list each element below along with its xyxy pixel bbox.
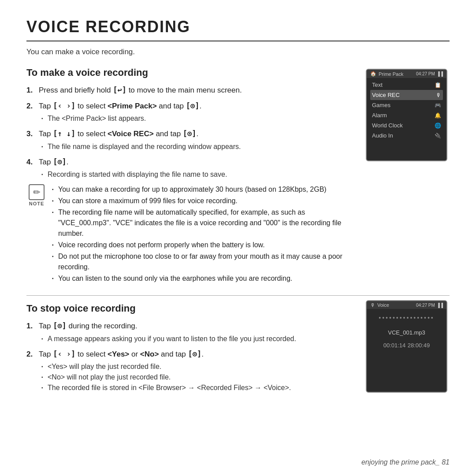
page-title: VOICE RECORDING — [26, 18, 450, 41]
step-1: 1. Press and briefly hold [↩] to move to… — [26, 85, 357, 96]
section2-heading: To stop voice recording — [26, 303, 357, 314]
device-header-top: 🏠 Prime Pack 04:27 PM ▐▐ — [367, 70, 446, 78]
menu-item-alarm: Alarm 🔔 — [370, 110, 443, 120]
page-subtitle: You can make a voice recording. — [26, 48, 450, 56]
menu-item-audio-in: Audio In 🔌 — [370, 130, 443, 141]
menu-worldclock-icon: 🌐 — [435, 123, 441, 129]
device-voice-time: 00:01:14 28:00:49 — [371, 341, 442, 349]
section-divider — [26, 295, 450, 296]
device-battery-icon-top: ▐▐ — [437, 71, 443, 76]
stop-step-2-num: 2. — [26, 349, 35, 360]
stop-step-1-body: Tap [⊙] during the recording. A message … — [39, 320, 357, 344]
step-4-sub: Recording is started with displaying the… — [41, 169, 357, 180]
stop-step-2-sub-3: The recorded file is stored in <File Bro… — [41, 383, 357, 393]
menu-worldclock-label: World Clock — [372, 122, 403, 129]
step-2-num: 2. — [26, 100, 35, 112]
device-menu-list: Text 📋 Voice REC 🎙 Games 🎮 Alarm 🔔 — [367, 78, 446, 142]
device-voice-icon: 🎙 — [370, 302, 375, 308]
step-4: 4. Tap [⊙]. Recording is started with di… — [26, 156, 357, 180]
section1-steps: 1. Press and briefly hold [↩] to move to… — [26, 85, 357, 180]
note-block: ✏ NOTE You can make a recording for up t… — [26, 184, 357, 285]
menu-voice-icon: 🎙 — [436, 92, 441, 98]
menu-item-text: Text 📋 — [370, 80, 443, 90]
section1-heading: To make a voice recording — [26, 67, 357, 78]
menu-text-icon: 📋 — [435, 82, 441, 88]
menu-item-world-clock: World Clock 🌐 — [370, 120, 443, 130]
device-remaining-value: 28:00:49 — [408, 342, 430, 349]
device-elapsed-time: 00:01:14 — [383, 342, 406, 349]
step-3-body: Tap [↑ ↓] to select <Voice REC> and tap … — [39, 128, 357, 152]
note-content: You can make a recording for up to appro… — [52, 184, 357, 285]
menu-text-label: Text — [372, 82, 383, 88]
device-time-text-top: 04:27 PM — [416, 71, 435, 76]
stop-step-2: 2. Tap [‹ ›] to select <Yes> or <No> and… — [26, 349, 357, 394]
stop-step-2-sub-1: <Yes> will play the just recorded file. — [41, 361, 357, 372]
stop-step-2-sub-2: <No> will not play the just recorded fil… — [41, 372, 357, 383]
menu-games-icon: 🎮 — [435, 102, 441, 108]
menu-alarm-label: Alarm — [372, 112, 387, 119]
section-make-recording-left: To make a voice recording 1. Press and b… — [26, 64, 357, 291]
stop-step-1: 1. Tap [⊙] during the recording. A messa… — [26, 320, 357, 344]
step-4-body: Tap [⊙]. Recording is started with displ… — [39, 156, 357, 180]
device-voice-header: 🎙 Voice 04:27 PM ▐▐ — [367, 301, 446, 309]
device-voice-filename: VCE_001.mp3 — [371, 329, 442, 336]
step-3: 3. Tap [↑ ↓] to select <Voice REC> and t… — [26, 128, 357, 152]
step-1-num: 1. — [26, 85, 35, 96]
device-time-text-bottom: 04:27 PM — [416, 303, 435, 308]
device-screenshot-top: 🏠 Prime Pack 04:27 PM ▐▐ Text 📋 Voice RE… — [366, 69, 450, 291]
device-time-bottom: 04:27 PM ▐▐ — [416, 303, 443, 308]
device-voice-label: Voice — [377, 302, 389, 308]
menu-games-label: Games — [372, 102, 390, 108]
step-2-body: Tap [‹ ›] to select <Prime Pack> and tap… — [39, 100, 357, 124]
menu-voice-label: Voice REC — [372, 92, 400, 98]
device-voice-dots: •••••••••••••••• — [371, 314, 442, 321]
stop-step-2-body: Tap [‹ ›] to select <Yes> or <No> and ta… — [39, 349, 357, 394]
step-2-sub: The <Prime Pack> list appears. — [41, 113, 357, 124]
stop-step-1-num: 1. — [26, 320, 35, 332]
note-5: Do not put the microphone too close to o… — [52, 251, 357, 272]
stop-step-1-sub: A message appears asking you if you want… — [41, 334, 357, 344]
device-header-left: 🏠 Prime Pack — [370, 71, 403, 77]
section-stop-left: To stop voice recording 1. Tap [⊙] durin… — [26, 300, 357, 398]
note-6: You can listen to the sound only via the… — [52, 273, 357, 284]
note-label: NOTE — [29, 201, 45, 206]
section-make-recording: To make a voice recording 1. Press and b… — [26, 64, 450, 291]
page: VOICE RECORDING You can make a voice rec… — [0, 0, 476, 476]
device-battery-icon-bottom: ▐▐ — [437, 303, 443, 308]
step-3-num: 3. — [26, 128, 35, 140]
section2-steps: 1. Tap [⊙] during the recording. A messa… — [26, 320, 357, 393]
device-app-label: Prime Pack — [379, 71, 403, 77]
step-3-sub: The file name is displayed and the recor… — [41, 141, 357, 152]
page-footer: enjoying the prime pack_ 81 — [361, 458, 450, 466]
note-4: Voice recording does not perform properl… — [52, 240, 357, 250]
device-voice-title-block: 🎙 Voice — [370, 302, 389, 308]
menu-alarm-icon: 🔔 — [435, 112, 441, 119]
menu-item-voice-rec: Voice REC 🎙 — [370, 90, 443, 100]
device-screen-voice: 🎙 Voice 04:27 PM ▐▐ •••••••••••••••• VCE… — [366, 300, 447, 393]
section-stop-recording: To stop voice recording 1. Tap [⊙] durin… — [26, 300, 450, 398]
device-time-top: 04:27 PM ▐▐ — [416, 71, 443, 76]
note-3: The recording file name will be automati… — [52, 207, 357, 239]
note-2: You can store a maximum of 999 files for… — [52, 196, 357, 206]
menu-audioin-icon: 🔌 — [435, 133, 441, 139]
note-1: You can make a recording for up to appro… — [52, 184, 357, 195]
step-2: 2. Tap [‹ ›] to select <Prime Pack> and … — [26, 100, 357, 124]
device-screen-menu: 🏠 Prime Pack 04:27 PM ▐▐ Text 📋 Voice RE… — [366, 69, 447, 161]
step-4-num: 4. — [26, 156, 35, 168]
note-icon-box: ✏ NOTE — [26, 184, 47, 206]
device-home-icon: 🏠 — [370, 71, 376, 77]
note-icon: ✏ — [29, 184, 45, 200]
menu-item-games: Games 🎮 — [370, 100, 443, 110]
menu-audioin-label: Audio In — [372, 132, 393, 139]
step-1-body: Press and briefly hold [↩] to move to th… — [39, 85, 357, 96]
device-screenshot-bottom: 🎙 Voice 04:27 PM ▐▐ •••••••••••••••• VCE… — [366, 300, 450, 398]
device-voice-body: •••••••••••••••• VCE_001.mp3 00:01:14 28… — [367, 309, 446, 353]
